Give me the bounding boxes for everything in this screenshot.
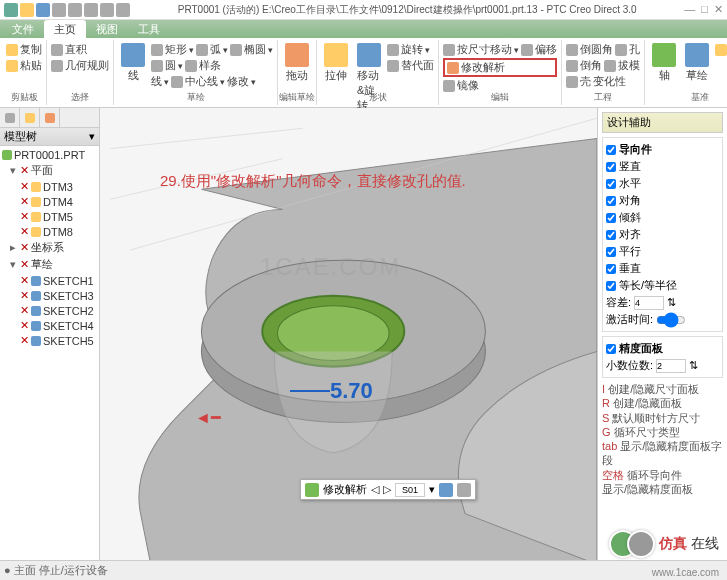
revolve-button[interactable]: 旋转 ▾ [387,42,434,57]
hole-icon [615,44,627,56]
plane-button[interactable]: 平面 [715,42,727,57]
model-tree: PRT0001.PRT ▾✕平面 ✕DTM3 ✕DTM4 ✕DTM5 ✕DTM8… [0,146,99,560]
paste-button[interactable]: 粘贴 [6,58,42,73]
geom-icon [51,60,63,72]
ellipse-icon [230,44,242,56]
side-tab-star[interactable] [40,108,60,127]
chamfer-button[interactable]: 倒角 拔模 [566,58,640,73]
qat-icon[interactable] [4,3,18,17]
tree-root[interactable]: PRT0001.PRT [2,148,97,162]
ribbon-group-select: 直积 几何规则 选择 [47,40,114,105]
guide-align[interactable]: 对齐 [606,226,719,243]
copy-button[interactable]: 复制 [6,42,42,57]
precision-check[interactable]: 精度面板 [606,340,719,357]
sketch-node-icon [31,336,41,346]
activation-slider[interactable] [656,313,686,327]
tree-sk4[interactable]: ✕SKETCH4 [2,318,97,333]
branding-logo: 仿真在线 [609,530,719,558]
dimension-line [290,390,330,392]
tree-dtm4[interactable]: ✕DTM4 [2,194,97,209]
ribbon-group-sketch: 线 矩形 ▾ 弧 ▾ 椭圆 ▾ 圆 ▾ 样条 线 ▾ 中心线 ▾ 修改 ▾ 草绘 [114,40,278,105]
maximize-icon[interactable]: □ [701,3,708,16]
datum-icon [31,182,41,192]
guide-equal[interactable]: 等长/等半径 [606,277,719,294]
select-direct[interactable]: 直积 [51,42,109,57]
guide-perpendicular[interactable]: 垂直 [606,260,719,277]
move-by-dim-button[interactable]: 按尺寸移动 ▾ 偏移 [443,42,557,57]
ribbon-group-datum: 轴 草绘 平面 基准 [645,40,727,105]
workspace: 模型树 ▾ PRT0001.PRT ▾✕平面 ✕DTM3 ✕DTM4 ✕DTM5… [0,108,727,560]
shell-button[interactable]: 壳 变化性 [566,74,640,89]
datum-icon [31,212,41,222]
floatbar-value-input[interactable] [395,483,425,497]
guides-master-check[interactable]: 导向件 [606,141,719,158]
qat-close-icon[interactable] [116,3,130,17]
movedim-icon [443,44,455,56]
tree-sk5[interactable]: ✕SKETCH5 [2,333,97,348]
star-tab-icon [45,113,55,123]
circle-button[interactable]: 圆 ▾ 样条 [151,58,273,73]
tree-sk1[interactable]: ✕SKETCH1 [2,273,97,288]
tolerance-input[interactable] [634,296,664,310]
tree-dtm5[interactable]: ✕DTM5 [2,209,97,224]
qat-new-icon[interactable] [20,3,34,17]
spinner-icon[interactable]: ⇅ [667,296,676,309]
dimension-value[interactable]: 5.70 [330,378,373,404]
qat-regen-icon[interactable] [100,3,114,17]
tree-planes[interactable]: ▾✕平面 [2,162,97,179]
guide-diagonal[interactable]: 对角 [606,192,719,209]
spinner-icon[interactable]: ⇅ [689,359,698,372]
tree-sk2[interactable]: ✕SKETCH2 [2,303,97,318]
tree-dtm8[interactable]: ✕DTM8 [2,224,97,239]
modify-analytic-button[interactable]: 修改解析 [443,58,557,77]
tab-view[interactable]: 视图 [86,20,128,38]
ribbon-group-edit: 按尺寸移动 ▾ 偏移 修改解析 镜像 编辑 [439,40,562,105]
viewport[interactable]: 29.使用"修改解析"几何命令，直接修改孔的值. 1CAE.COM 5.70 ◄… [100,108,597,560]
paste-icon [6,60,18,72]
close-icon[interactable]: ✕ [714,3,723,16]
tree-sk3[interactable]: ✕SKETCH3 [2,288,97,303]
select-geom[interactable]: 几何规则 [51,58,109,73]
floatbar-opt-icon[interactable] [457,483,471,497]
guide-parallel[interactable]: 平行 [606,243,719,260]
cline-button[interactable]: 线 ▾ 中心线 ▾ 修改 ▾ [151,74,273,89]
floatbar-dim-icon[interactable] [439,483,453,497]
floatbar-label: 修改解析 [323,482,367,497]
qat-open-icon[interactable] [36,3,50,17]
replace-icon [387,60,399,72]
tab-tools[interactable]: 工具 [128,20,170,38]
guide-horizontal[interactable]: 水平 [606,175,719,192]
precision-input[interactable] [656,359,686,373]
tab-home[interactable]: 主页 [44,20,86,38]
round-icon [566,44,578,56]
qat-undo-icon[interactable] [68,3,82,17]
ribbon-group-engineering: 倒圆角 孔 倒角 拔模 壳 变化性 工程 [562,40,645,105]
precision-digits-field: 小数位数: ⇅ [606,357,719,374]
sketch-node-icon [31,291,41,301]
plane-icon [715,44,727,56]
title-bar: PRT0001 (活动的) E:\Creo工作目录\工作文件\0912\Dire… [0,0,727,20]
floatbar-dropdown-icon[interactable]: ▾ [429,483,435,496]
side-tab-folder[interactable] [20,108,40,127]
side-tab-tree[interactable] [0,108,20,127]
minimize-icon[interactable]: — [684,3,695,16]
footer-url: www.1cae.com [652,567,719,578]
tab-file[interactable]: 文件 [2,20,44,38]
tree-sketches[interactable]: ▾✕草绘 [2,256,97,273]
help-annotation: 29.使用"修改解析"几何命令，直接修改孔的值. [160,172,466,191]
floatbar-grip-icon[interactable] [305,483,319,497]
guide-incline[interactable]: 倾斜 [606,209,719,226]
extrude-icon [324,43,348,67]
tree-header: 模型树 ▾ [0,128,99,146]
floatbar-prev-icon[interactable]: ◁ [371,483,379,496]
spline-icon [185,60,197,72]
round-button[interactable]: 倒圆角 孔 [566,42,640,57]
qat-redo-icon[interactable] [84,3,98,17]
floatbar-next-icon[interactable]: ▷ [383,483,391,496]
tree-dtm3[interactable]: ✕DTM3 [2,179,97,194]
tree-csys[interactable]: ▸✕坐标系 [2,239,97,256]
rect-button[interactable]: 矩形 ▾ 弧 ▾ 椭圆 ▾ [151,42,273,57]
guide-vertical[interactable]: 竖直 [606,158,719,175]
replace-button[interactable]: 替代面 [387,58,434,73]
qat-save-icon[interactable] [52,3,66,17]
